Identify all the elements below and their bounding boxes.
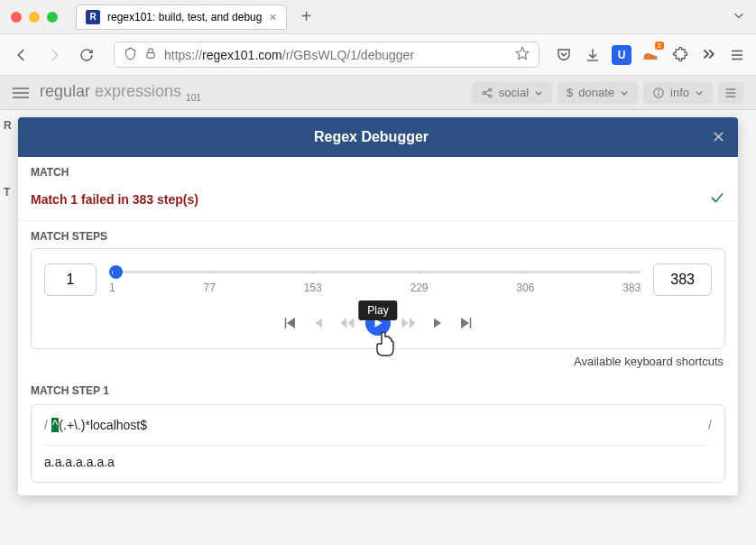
play-button[interactable] <box>365 310 391 336</box>
skip-start-button[interactable] <box>279 312 300 334</box>
svg-marker-23 <box>410 318 416 328</box>
toolbar-extensions: U 2 <box>554 45 747 65</box>
reload-button[interactable] <box>74 42 99 68</box>
extensions-puzzle-icon[interactable] <box>669 45 689 65</box>
download-icon[interactable] <box>583 45 603 65</box>
svg-line-9 <box>484 93 489 95</box>
backdrop-label-r: R <box>0 112 15 139</box>
new-tab-button[interactable]: + <box>301 6 312 27</box>
match-status-text: Match 1 failed in 383 step(s) <box>31 192 198 207</box>
browser-chrome: R regex101: build, test, and debug × + <box>0 0 756 76</box>
extension-shoe-icon[interactable]: 2 <box>641 45 660 65</box>
dollar-icon: $ <box>567 86 573 99</box>
social-dropdown[interactable]: social <box>472 82 552 104</box>
playback-controls <box>44 310 712 336</box>
donate-dropdown[interactable]: $ donate <box>558 82 638 104</box>
svg-marker-22 <box>402 318 409 328</box>
match-steps-label: MATCH STEPS <box>31 230 725 243</box>
forward-button[interactable] <box>41 42 67 68</box>
backdrop-label-t: T <box>0 179 14 206</box>
tabs-dropdown-button[interactable] <box>733 9 745 25</box>
skip-end-button[interactable] <box>456 312 477 334</box>
svg-point-12 <box>659 90 659 91</box>
svg-marker-18 <box>315 319 322 328</box>
modal-header: Regex Debugger ✕ <box>18 117 738 157</box>
match-result-row: Match 1 failed in 383 step(s) <box>18 180 738 221</box>
svg-marker-1 <box>516 47 528 59</box>
page-backdrop: R T Regex Debugger ✕ MATCH Match 1 faile… <box>0 110 756 545</box>
test-string-line: a.a.a.a.a.a.a <box>44 445 712 469</box>
tab-title: regex101: build, test, and debug <box>107 11 262 23</box>
svg-line-8 <box>484 90 489 92</box>
app-menu-icon[interactable] <box>727 45 747 65</box>
steps-panel: 1 1 77 153 229 306 383 383 Play <box>31 248 725 349</box>
lock-icon[interactable] <box>144 47 157 62</box>
bookmark-star-icon[interactable] <box>515 46 530 63</box>
minimize-window-button[interactable] <box>29 12 40 23</box>
tab-favicon: R <box>86 10 100 24</box>
svg-rect-16 <box>285 318 287 328</box>
match-step-title: MATCH STEP 1 <box>31 384 725 397</box>
titlebar: R regex101: build, test, and debug × + <box>0 0 756 34</box>
modal-close-button[interactable]: ✕ <box>712 127 725 147</box>
back-button[interactable] <box>9 42 34 68</box>
info-dropdown[interactable]: info <box>643 82 713 104</box>
pocket-icon[interactable] <box>554 45 574 65</box>
svg-rect-26 <box>470 318 472 328</box>
window-controls <box>11 12 58 23</box>
site-logo[interactable]: regular expressions 101 <box>40 82 201 103</box>
step-slider[interactable]: 1 77 153 229 306 383 <box>109 262 641 298</box>
regex-debugger-modal: Regex Debugger ✕ MATCH Match 1 failed in… <box>18 117 738 495</box>
close-window-button[interactable] <box>11 12 22 23</box>
shield-icon[interactable] <box>124 47 137 63</box>
keyboard-shortcuts-link[interactable]: Available keyboard shortcuts <box>18 349 738 375</box>
slider-ticks: 1 77 153 229 306 383 <box>109 274 641 294</box>
code-panel: / ^(.+\.)*localhost$ / a.a.a.a.a.a.a <box>31 404 725 483</box>
svg-marker-21 <box>375 319 383 327</box>
svg-marker-20 <box>348 318 355 328</box>
url-text: https://regex101.com/r/GBsWLQ/1/debugger <box>164 48 508 62</box>
svg-marker-25 <box>461 318 469 328</box>
checkmark-icon <box>709 189 725 209</box>
match-label: MATCH <box>31 166 725 179</box>
overflow-icon[interactable] <box>698 45 718 65</box>
fast-forward-button[interactable] <box>398 312 419 334</box>
regex-line: / ^(.+\.)*localhost$ / <box>44 418 712 432</box>
svg-marker-24 <box>434 319 441 328</box>
rewind-button[interactable] <box>337 312 358 334</box>
url-bar[interactable]: https://regex101.com/r/GBsWLQ/1/debugger <box>114 42 539 68</box>
menu-toggle-button[interactable] <box>13 88 29 98</box>
browser-toolbar: https://regex101.com/r/GBsWLQ/1/debugger… <box>0 34 756 76</box>
current-step-box: 1 <box>44 263 97 296</box>
browser-tab[interactable]: R regex101: build, test, and debug × <box>76 5 287 30</box>
max-step-box: 383 <box>653 263 712 296</box>
site-header: regular expressions 101 social $ donate … <box>0 76 756 110</box>
maximize-window-button[interactable] <box>47 12 58 23</box>
settings-menu-button[interactable] <box>718 82 743 104</box>
tab-close-button[interactable]: × <box>269 10 276 24</box>
notification-badge: 2 <box>655 42 664 50</box>
step-back-button[interactable] <box>308 312 329 334</box>
svg-marker-17 <box>287 318 295 328</box>
svg-rect-0 <box>147 52 154 58</box>
extension-u-icon[interactable]: U <box>612 45 632 65</box>
step-forward-button[interactable] <box>427 312 448 334</box>
modal-title: Regex Debugger <box>31 129 712 145</box>
svg-marker-19 <box>341 318 347 328</box>
